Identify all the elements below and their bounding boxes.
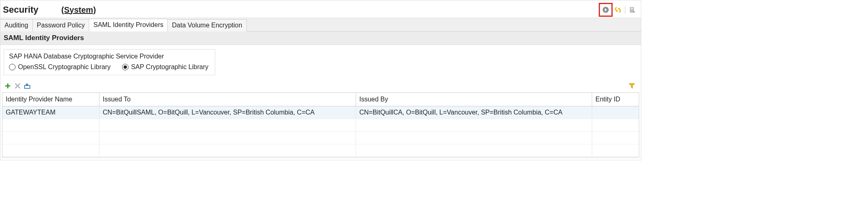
svg-text:x: x bbox=[633, 10, 635, 13]
col-entity-id[interactable]: Entity ID bbox=[592, 93, 639, 106]
svg-rect-3 bbox=[631, 9, 633, 9]
section-title: SAML Identity Providers bbox=[0, 31, 641, 45]
radio-icon bbox=[9, 64, 16, 70]
svg-rect-6 bbox=[5, 85, 10, 87]
table-row-empty bbox=[2, 144, 639, 157]
table-row[interactable]: GATEWAYTEAM CN=BitQuillSAML, O=BitQuill,… bbox=[2, 106, 639, 119]
import-button[interactable] bbox=[23, 82, 32, 90]
tab-saml-identity-providers[interactable]: SAML Identity Providers bbox=[89, 19, 168, 31]
refresh-icon[interactable] bbox=[613, 5, 622, 14]
export-icon[interactable]: x bbox=[628, 5, 637, 14]
cell-issued-to: CN=BitQuillSAML, O=BitQuill, L=Vancouver… bbox=[99, 106, 356, 119]
table-header-row: Identity Provider Name Issued To Issued … bbox=[2, 93, 639, 106]
crypto-provider-legend: SAP HANA Database Cryptographic Service … bbox=[9, 53, 208, 60]
tab-password-policy[interactable]: Password Policy bbox=[32, 19, 89, 31]
radio-sap-crypto[interactable]: SAP Cryptographic Library bbox=[122, 63, 208, 71]
tab-bar: Auditing Password Policy SAML Identity P… bbox=[0, 18, 641, 31]
table-toolbar bbox=[0, 81, 641, 92]
delete-button[interactable] bbox=[14, 82, 22, 90]
crypto-provider-group: SAP HANA Database Cryptographic Service … bbox=[4, 49, 215, 75]
filter-button[interactable] bbox=[628, 82, 636, 90]
cell-entity-id bbox=[592, 106, 639, 119]
tab-data-volume-encryption[interactable]: Data Volume Encryption bbox=[167, 19, 247, 31]
page-title: Security bbox=[3, 4, 38, 15]
cell-provider-name: GATEWAYTEAM bbox=[2, 106, 99, 119]
cell-issued-by: CN=BitQuillCA, O=BitQuill, L=Vancouver, … bbox=[356, 106, 592, 119]
deploy-icon[interactable] bbox=[600, 4, 611, 15]
radio-icon bbox=[122, 64, 129, 70]
svg-rect-2 bbox=[631, 8, 633, 8]
radio-openssl[interactable]: OpenSSL Cryptographic Library bbox=[9, 63, 110, 71]
page-header: Security (System) x bbox=[0, 0, 641, 18]
col-issued-by[interactable]: Issued By bbox=[356, 93, 592, 106]
radio-label: SAP Cryptographic Library bbox=[131, 63, 208, 71]
tab-auditing[interactable]: Auditing bbox=[0, 19, 33, 31]
svg-rect-7 bbox=[25, 85, 30, 88]
radio-label: OpenSSL Cryptographic Library bbox=[18, 63, 110, 71]
col-provider-name[interactable]: Identity Provider Name bbox=[2, 93, 99, 106]
add-button[interactable] bbox=[4, 82, 12, 90]
identity-provider-table: Identity Provider Name Issued To Issued … bbox=[2, 92, 639, 157]
header-toolbar: x bbox=[600, 4, 638, 15]
col-issued-to[interactable]: Issued To bbox=[99, 93, 356, 106]
page-context: (System) bbox=[61, 5, 96, 15]
table-row-empty bbox=[2, 132, 639, 144]
table-row-empty bbox=[2, 119, 639, 132]
